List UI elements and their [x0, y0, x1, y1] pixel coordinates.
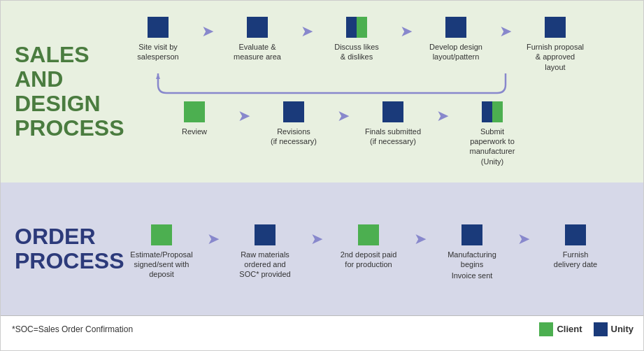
step-box-5 [545, 17, 566, 38]
order-box-2 [255, 224, 276, 245]
order-sublabel-4: Invoice sent [452, 271, 493, 280]
sales-flow-area: Site visit by salesperson ➤ Evaluate &me… [120, 8, 638, 176]
order-label-4: Manufacturingbegins [448, 250, 496, 270]
order-label-2: Raw materialsordered andSOC* provided [239, 250, 290, 280]
step-box-1 [148, 17, 169, 38]
order-flow-area: Estimate/Proposalsigned/sent withdeposit… [120, 189, 638, 308]
svg-marker-0 [156, 73, 160, 79]
arrow-1: ➤ [196, 17, 219, 41]
order-box-4 [461, 224, 482, 245]
legend-client-label: Client [557, 324, 582, 334]
order-box-5 [565, 224, 586, 245]
step-box-2 [247, 17, 268, 38]
step-box-r3 [382, 101, 403, 122]
order-step-5: Furnishdelivery date [534, 224, 617, 270]
order-label-5: Furnishdelivery date [554, 250, 597, 270]
step-box-r2 [283, 101, 304, 122]
order-label-1: Estimate/Proposalsigned/sent withdeposit [130, 250, 192, 280]
step-box-r4 [482, 101, 503, 122]
order-arrow-1: ➤ [203, 224, 223, 248]
step-box-4 [445, 17, 466, 38]
sales-design-section: SALES ANDDESIGNPROCESS Site visit by sal… [1, 1, 644, 182]
step-discuss: Discuss likes& dislikes [318, 17, 395, 62]
legend-unity: Unity [594, 322, 634, 336]
main-container: SALES ANDDESIGNPROCESS Site visit by sal… [1, 1, 644, 351]
step-finals: Finals submitted(if necessary) [355, 101, 431, 147]
arrow-r1: ➤ [233, 101, 255, 125]
step-label-r3: Finals submitted(if necessary) [365, 127, 421, 147]
step-label-r2: Revisions(if necessary) [271, 127, 317, 147]
order-step-3: 2nd deposit paidfor production [327, 224, 410, 270]
arrow-r2: ➤ [332, 101, 355, 125]
step-submit-paperwork: Submitpaperwork tomanufacturer(Unity) [454, 101, 531, 166]
connector-wrap [156, 72, 520, 97]
order-arrow-2: ➤ [307, 224, 327, 248]
flow-row-2: Review ➤ Revisions(if necessary) ➤ Final… [156, 101, 638, 166]
order-title: ORDERPROCESS [15, 224, 124, 273]
order-box-1 [151, 224, 172, 245]
step-label-5: Furnish proposal& approvedlayout [527, 42, 584, 72]
footer-note: *SOC=Sales Order Confirmation [12, 324, 133, 334]
step-box-3 [346, 17, 367, 38]
step-label-4: Develop designlayout/pattern [429, 42, 482, 62]
order-step-2: Raw materialsordered andSOC* provided [223, 224, 307, 280]
step-box-r1 [184, 101, 205, 122]
arrow-4: ➤ [494, 17, 517, 41]
step-revisions: Revisions(if necessary) [255, 101, 332, 147]
arrow-r3: ➤ [431, 101, 454, 125]
legend-unity-label: Unity [611, 324, 634, 334]
order-step-1: Estimate/Proposalsigned/sent withdeposit [120, 224, 203, 280]
step-label-3: Discuss likes& dislikes [334, 42, 379, 62]
step-label-2: Evaluate &measure area [234, 42, 281, 62]
sales-title-area: SALES ANDDESIGNPROCESS [8, 8, 120, 176]
arrow-3: ➤ [395, 17, 417, 41]
order-flow-row: Estimate/Proposalsigned/sent withdeposit… [120, 224, 638, 281]
arrow-2: ➤ [296, 17, 318, 41]
legend-client: Client [539, 322, 582, 336]
order-step-4: Manufacturingbegins Invoice sent [430, 224, 514, 281]
step-site-visit: Site visit by salesperson [120, 17, 196, 62]
step-label-1: Site visit by salesperson [120, 42, 196, 62]
legend-client-box [539, 322, 553, 336]
order-box-3 [358, 224, 379, 245]
order-title-area: ORDERPROCESS [8, 189, 120, 308]
order-arrow-4: ➤ [514, 224, 534, 248]
legend-unity-box [594, 322, 608, 336]
legend: Client Unity [539, 322, 634, 336]
step-furnish-proposal: Furnish proposal& approvedlayout [517, 17, 594, 72]
order-label-3: 2nd deposit paidfor production [341, 250, 397, 270]
order-process-section: ORDERPROCESS Estimate/Proposalsigned/sen… [1, 182, 644, 315]
sales-title: SALES ANDDESIGNPROCESS [15, 43, 124, 141]
step-label-r4: Submitpaperwork tomanufacturer(Unity) [470, 127, 515, 166]
order-arrow-3: ➤ [410, 224, 430, 248]
step-evaluate: Evaluate &measure area [219, 17, 296, 62]
step-develop: Develop designlayout/pattern [417, 17, 494, 62]
flow-row-1: Site visit by salesperson ➤ Evaluate &me… [120, 17, 638, 72]
footer: *SOC=Sales Order Confirmation Client Uni… [1, 315, 644, 342]
step-review: Review [156, 101, 233, 136]
step-label-r1: Review [182, 127, 207, 136]
